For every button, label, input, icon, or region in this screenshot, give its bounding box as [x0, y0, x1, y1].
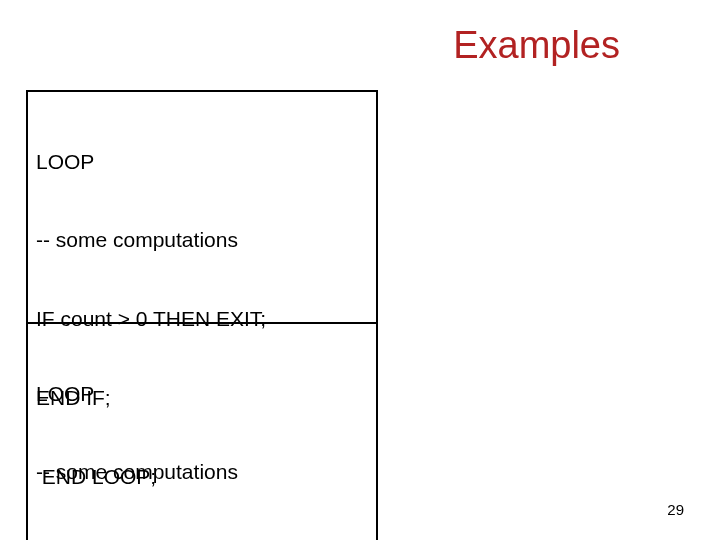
code-line: -- some computations [36, 459, 368, 485]
code-line: -- some computations [36, 227, 368, 253]
page-number: 29 [667, 501, 684, 518]
code-line: LOOP [36, 149, 368, 175]
code-example-2: LOOP -- some computations EXIT WHEN coun… [26, 322, 378, 540]
slide-title: Examples [453, 24, 620, 67]
slide: Examples LOOP -- some computations IF co… [0, 0, 720, 540]
code-line: LOOP [36, 381, 368, 407]
